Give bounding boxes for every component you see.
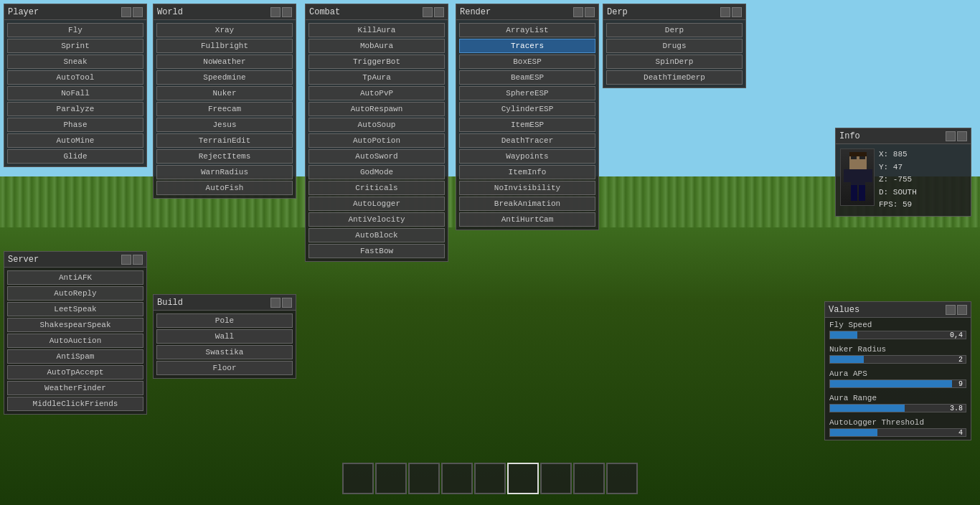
mod-phase[interactable]: Phase bbox=[7, 118, 143, 132]
mod-autoreply[interactable]: AutoReply bbox=[7, 286, 143, 301]
panel-player-close[interactable] bbox=[133, 7, 143, 17]
mod-noweather[interactable]: NoWeather bbox=[156, 55, 293, 69]
panel-server-minimize[interactable] bbox=[121, 255, 131, 265]
mod-triggerbot[interactable]: TriggerBot bbox=[308, 55, 445, 69]
hotbar-slot-5[interactable] bbox=[474, 463, 506, 494]
panel-combat-close[interactable] bbox=[434, 7, 444, 17]
mod-terrainedit[interactable]: TerrainEdit bbox=[156, 133, 293, 148]
slider-aurarange-track[interactable]: 3.8 bbox=[829, 404, 966, 412]
mod-mobaura[interactable]: MobAura bbox=[308, 39, 445, 53]
mod-rejectitems[interactable]: RejectItems bbox=[156, 149, 293, 164]
mod-autotool[interactable]: AutoTool bbox=[7, 70, 143, 85]
mod-derp[interactable]: Derp bbox=[606, 23, 743, 37]
mod-autotpaccept[interactable]: AutoTpAccept bbox=[7, 365, 143, 379]
slider-autologger-fill bbox=[830, 429, 877, 436]
mod-wall[interactable]: Wall bbox=[156, 329, 293, 344]
panel-server-close[interactable] bbox=[133, 255, 143, 265]
mod-beamesp[interactable]: BeamESP bbox=[459, 70, 595, 85]
panel-world-minimize[interactable] bbox=[270, 7, 281, 17]
hotbar-slot-8[interactable] bbox=[573, 463, 605, 494]
panel-derp-close[interactable] bbox=[732, 7, 742, 17]
slider-flyspeed-track[interactable]: 0,4 bbox=[829, 331, 966, 339]
mod-iteminfo[interactable]: ItemInfo bbox=[459, 165, 595, 179]
mod-autopotion[interactable]: AutoPotion bbox=[308, 133, 445, 148]
mod-freecam[interactable]: Freecam bbox=[156, 102, 293, 116]
mod-speedmine[interactable]: Speedmine bbox=[156, 70, 293, 85]
panel-world-close[interactable] bbox=[282, 7, 292, 17]
panel-derp-minimize[interactable] bbox=[720, 7, 730, 17]
mod-autorespawn[interactable]: AutoRespawn bbox=[308, 102, 445, 116]
panel-values-minimize[interactable] bbox=[946, 305, 956, 315]
mod-autoblock[interactable]: AutoBlock bbox=[308, 228, 445, 242]
mod-autopvp[interactable]: AutoPvP bbox=[308, 86, 445, 100]
mod-autoauction[interactable]: AutoAuction bbox=[7, 334, 143, 348]
mod-sprint[interactable]: Sprint bbox=[7, 39, 143, 53]
mod-leetspeak[interactable]: LeetSpeak bbox=[7, 302, 143, 316]
mod-swastika[interactable]: Swastika bbox=[156, 345, 293, 359]
mod-antivelocity[interactable]: AntiVelocity bbox=[308, 212, 445, 227]
panel-render-minimize[interactable] bbox=[573, 7, 583, 17]
panel-build-header: Build bbox=[154, 295, 296, 311]
panel-player-minimize[interactable] bbox=[121, 7, 131, 17]
mod-arraylist[interactable]: ArrayList bbox=[459, 23, 595, 37]
mod-breakanimation[interactable]: BreakAnimation bbox=[459, 197, 595, 211]
mod-jesus[interactable]: Jesus bbox=[156, 118, 293, 132]
slider-auraaps-track[interactable]: 9 bbox=[829, 379, 966, 388]
slider-nukerradius-fill bbox=[830, 356, 864, 363]
mod-shakespearspeak[interactable]: ShakespearSpeak bbox=[7, 318, 143, 332]
mod-weatherfinder[interactable]: WeatherFinder bbox=[7, 381, 143, 395]
panel-info-minimize[interactable] bbox=[946, 131, 956, 141]
hotbar-slot-3[interactable] bbox=[408, 463, 440, 494]
mod-sphereesp[interactable]: SphereESP bbox=[459, 86, 595, 100]
hotbar-slot-6[interactable] bbox=[507, 463, 539, 494]
mod-killaura[interactable]: KillAura bbox=[308, 23, 445, 37]
mod-paralyze[interactable]: Paralyze bbox=[7, 102, 143, 116]
mod-tpaura[interactable]: TpAura bbox=[308, 70, 445, 85]
mod-godmode[interactable]: GodMode bbox=[308, 165, 445, 179]
hotbar-slot-7[interactable] bbox=[540, 463, 572, 494]
hotbar-slot-1[interactable] bbox=[342, 463, 374, 494]
hotbar-slot-4[interactable] bbox=[441, 463, 473, 494]
mod-pole[interactable]: Pole bbox=[156, 313, 293, 328]
slider-autologger-track[interactable]: 4 bbox=[829, 428, 966, 437]
mod-warnradius[interactable]: WarnRadius bbox=[156, 165, 293, 179]
panel-render-close[interactable] bbox=[585, 7, 595, 17]
mod-fly[interactable]: Fly bbox=[7, 23, 143, 37]
mod-cylinderesp[interactable]: CylinderESP bbox=[459, 102, 595, 116]
panel-combat-minimize[interactable] bbox=[423, 7, 433, 17]
hotbar-slot-2[interactable] bbox=[375, 463, 407, 494]
mod-nuker[interactable]: Nuker bbox=[156, 86, 293, 100]
mod-fastbow[interactable]: FastBow bbox=[308, 244, 445, 258]
mod-spindex[interactable]: SpinDerp bbox=[606, 55, 743, 69]
mod-autosword[interactable]: AutoSword bbox=[308, 149, 445, 164]
mod-floor[interactable]: Floor bbox=[156, 361, 293, 375]
panel-build-minimize[interactable] bbox=[270, 298, 281, 308]
mod-autologger[interactable]: AutoLogger bbox=[308, 197, 445, 211]
mod-itemesp[interactable]: ItemESP bbox=[459, 118, 595, 132]
mod-autofish[interactable]: AutoFish bbox=[156, 181, 293, 195]
mod-waypoints[interactable]: Waypoints bbox=[459, 149, 595, 164]
mod-fullbright[interactable]: Fullbright bbox=[156, 39, 293, 53]
mod-deathtimederp[interactable]: DeathTimeDerp bbox=[606, 70, 743, 85]
panel-values-close[interactable] bbox=[957, 305, 967, 315]
mod-tracers[interactable]: Tracers bbox=[459, 39, 595, 53]
mod-middleclickfriends[interactable]: MiddleClickFriends bbox=[7, 397, 143, 411]
mod-criticals[interactable]: Criticals bbox=[308, 181, 445, 195]
mod-drugs[interactable]: Drugs bbox=[606, 39, 743, 53]
mod-automine[interactable]: AutoMine bbox=[7, 133, 143, 148]
mod-nofall[interactable]: NoFall bbox=[7, 86, 143, 100]
panel-build-close[interactable] bbox=[282, 298, 292, 308]
mod-glide[interactable]: Glide bbox=[7, 149, 143, 164]
mod-antihurtcam[interactable]: AntiHurtCam bbox=[459, 212, 595, 227]
mod-autosoup[interactable]: AutoSoup bbox=[308, 118, 445, 132]
mod-sneak[interactable]: Sneak bbox=[7, 55, 143, 69]
panel-info-close[interactable] bbox=[957, 131, 967, 141]
mod-boxesp[interactable]: BoxESP bbox=[459, 55, 595, 69]
mod-antispam[interactable]: AntiSpam bbox=[7, 349, 143, 364]
slider-nukerradius-track[interactable]: 2 bbox=[829, 355, 966, 364]
mod-deathtracer[interactable]: DeathTracer bbox=[459, 133, 595, 148]
mod-noinvisibility[interactable]: NoInvisibility bbox=[459, 181, 595, 195]
hotbar-slot-9[interactable] bbox=[606, 463, 638, 494]
mod-xray[interactable]: Xray bbox=[156, 23, 293, 37]
mod-antiafk[interactable]: AntiAFK bbox=[7, 270, 143, 285]
